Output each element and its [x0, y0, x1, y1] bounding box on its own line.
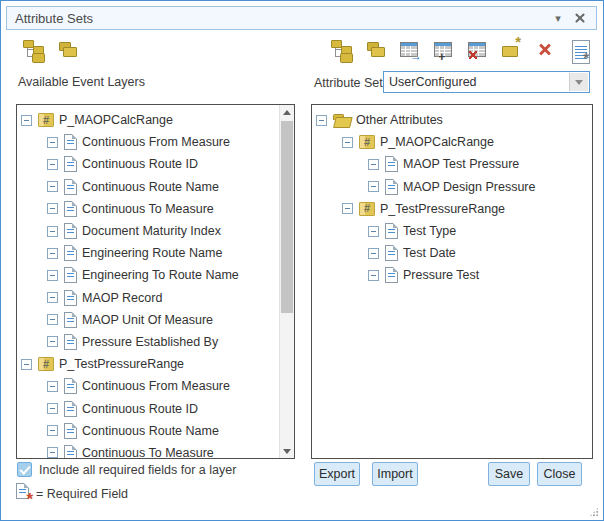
close-button[interactable]: Close	[537, 462, 582, 486]
collapse-minus-icon[interactable]	[368, 159, 379, 170]
collapse-minus-icon[interactable]	[47, 314, 58, 325]
attribute-sets-dialog: Attribute Sets ▾ Available Event Layers …	[0, 0, 604, 521]
expand-attribute-tree-button[interactable]	[329, 37, 353, 61]
dialog-title: Attribute Sets	[15, 11, 93, 26]
tree-item[interactable]: P_MAOPCalcRange	[17, 109, 279, 131]
toolbar-right	[329, 37, 591, 61]
collapse-minus-icon[interactable]	[47, 403, 58, 414]
attribute-set-properties-button[interactable]	[567, 37, 591, 61]
vertical-scrollbar[interactable]	[279, 105, 294, 458]
tree-item-label: Continuous To Measure	[82, 202, 214, 216]
remove-attribute-set-button[interactable]	[465, 37, 489, 61]
tree-item[interactable]: P_TestPressureRange	[17, 353, 279, 375]
export-button[interactable]: Export	[314, 462, 360, 486]
folders-icon	[365, 39, 385, 59]
tree-item[interactable]: Pressure Test	[312, 264, 592, 286]
tree-item[interactable]: Continuous Route ID	[17, 153, 279, 175]
collapse-minus-icon[interactable]	[47, 425, 58, 436]
attribute-set-tree[interactable]: Other AttributesP_MAOPCalcRangeMAOP Test…	[312, 105, 592, 458]
tree-item[interactable]: Continuous Route ID	[17, 397, 279, 419]
tree-item[interactable]: P_TestPressureRange	[312, 198, 592, 220]
tree-item[interactable]: Test Date	[312, 242, 592, 264]
table-arrow-icon	[399, 39, 419, 59]
tree-item[interactable]: Continuous From Measure	[17, 131, 279, 153]
collapse-minus-icon[interactable]	[47, 381, 58, 392]
tree-item[interactable]: Continuous Route Name	[17, 176, 279, 198]
collapse-minus-icon[interactable]	[47, 159, 58, 170]
tree-item[interactable]: MAOP Record	[17, 287, 279, 309]
tree-item[interactable]: Continuous To Measure	[17, 198, 279, 220]
scroll-down-icon[interactable]	[280, 444, 294, 458]
collapse-minus-icon[interactable]	[47, 226, 58, 237]
collapse-minus-icon[interactable]	[316, 115, 327, 126]
tree-item-label: P_TestPressureRange	[380, 202, 505, 216]
collapse-minus-icon[interactable]	[47, 447, 58, 458]
event-layer-icon	[38, 113, 54, 127]
collapse-minus-icon[interactable]	[47, 137, 58, 148]
attribute-set-dropdown[interactable]: UserConfigured	[383, 71, 590, 93]
add-attribute-set-button[interactable]	[431, 37, 455, 61]
collapse-minus-icon[interactable]	[47, 270, 58, 281]
collapse-layer-tree-button[interactable]	[55, 37, 79, 61]
tree-item[interactable]: P_MAOPCalcRange	[312, 131, 592, 153]
collapse-minus-icon[interactable]	[47, 181, 58, 192]
collapse-minus-icon[interactable]	[368, 181, 379, 192]
tree-item[interactable]: Continuous Route Name	[17, 420, 279, 442]
tree-item-label: MAOP Test Pressure	[403, 157, 519, 171]
collapse-minus-icon[interactable]	[47, 292, 58, 303]
scrollbar-thumb[interactable]	[281, 121, 293, 313]
field-icon	[64, 245, 77, 261]
tree-item-label: MAOP Design Pressure	[403, 180, 535, 194]
collapse-minus-icon[interactable]	[47, 248, 58, 259]
tree-item[interactable]: Other Attributes	[312, 109, 592, 131]
collapse-minus-icon[interactable]	[368, 226, 379, 237]
save-button[interactable]: Save	[488, 462, 530, 486]
expand-layer-tree-button[interactable]	[21, 37, 45, 61]
field-icon	[64, 312, 77, 328]
collapse-minus-icon[interactable]	[21, 115, 32, 126]
tree-item[interactable]: Continuous To Measure	[17, 442, 279, 458]
field-icon	[385, 179, 398, 195]
collapse-minus-icon[interactable]	[342, 203, 353, 214]
collapse-minus-icon[interactable]	[47, 336, 58, 347]
collapse-minus-icon[interactable]	[368, 248, 379, 259]
tree-item[interactable]: Document Maturity Index	[17, 220, 279, 242]
tree-item[interactable]: MAOP Test Pressure	[312, 153, 592, 175]
field-icon	[64, 401, 77, 417]
tree-item-label: Test Type	[403, 224, 456, 238]
caret-down-icon[interactable]: ▾	[550, 10, 566, 26]
tree-item[interactable]: MAOP Design Pressure	[312, 176, 592, 198]
close-icon[interactable]	[572, 10, 588, 26]
tree-item-label: Continuous Route ID	[82, 157, 198, 171]
tree-folders-icon	[23, 39, 43, 59]
available-layers-tree[interactable]: P_MAOPCalcRangeContinuous From MeasureCo…	[17, 105, 279, 458]
collapse-minus-icon[interactable]	[47, 203, 58, 214]
scroll-up-icon[interactable]	[280, 105, 294, 119]
field-icon	[64, 445, 77, 458]
tree-item[interactable]: Pressure Established By	[17, 331, 279, 353]
tree-item-label: P_MAOPCalcRange	[380, 135, 494, 149]
tree-item[interactable]: MAOP Unit Of Measure	[17, 309, 279, 331]
tree-item-label: Test Date	[403, 246, 456, 260]
collapse-minus-icon[interactable]	[368, 270, 379, 281]
field-icon	[385, 245, 398, 261]
import-button[interactable]: Import	[372, 462, 418, 486]
export-attribute-set-button[interactable]	[397, 37, 421, 61]
attribute-set-label: Attribute Set:	[314, 76, 386, 90]
tree-item[interactable]: Test Type	[312, 220, 592, 242]
collapse-minus-icon[interactable]	[342, 137, 353, 148]
tree-item[interactable]: Engineering To Route Name	[17, 264, 279, 286]
tree-item[interactable]: Continuous From Measure	[17, 375, 279, 397]
tree-item[interactable]: Engineering Route Name	[17, 242, 279, 264]
collapse-attribute-tree-button[interactable]	[363, 37, 387, 61]
tree-item-label: Continuous Route Name	[82, 180, 219, 194]
required-field-icon	[16, 483, 29, 499]
include-required-fields-checkbox[interactable]	[17, 462, 32, 477]
tree-item-label: Continuous From Measure	[82, 135, 230, 149]
dropdown-arrow-icon[interactable]	[569, 73, 588, 91]
new-attribute-group-button[interactable]	[499, 37, 523, 61]
delete-attribute-button[interactable]	[533, 37, 557, 61]
collapse-minus-icon[interactable]	[21, 359, 32, 370]
resize-grip[interactable]	[589, 507, 599, 517]
tree-item-label: Other Attributes	[356, 113, 443, 127]
